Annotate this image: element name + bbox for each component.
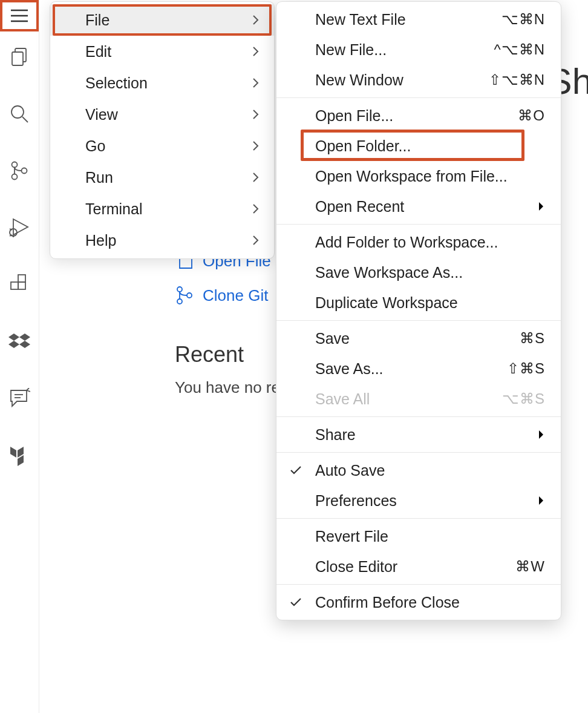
git-clone-icon bbox=[175, 285, 194, 306]
submenu-item-share[interactable]: Share bbox=[276, 419, 561, 450]
shortcut-text: ⇧⌘S bbox=[507, 360, 545, 377]
menu-item-label: Terminal bbox=[85, 200, 142, 218]
submenu-item-open-recent[interactable]: Open Recent bbox=[276, 191, 561, 222]
svg-marker-22 bbox=[19, 341, 30, 348]
submenu-item-label: Open File... bbox=[315, 107, 393, 125]
menu-item-help[interactable]: Help bbox=[50, 225, 274, 256]
submenu-item-label: Revert File bbox=[315, 528, 388, 545]
chevron-right-icon bbox=[538, 429, 545, 441]
submenu-item-label: Save All bbox=[315, 390, 370, 408]
menu-item-label: File bbox=[85, 12, 109, 29]
svg-point-9 bbox=[22, 168, 27, 174]
submenu-item-revert-file[interactable]: Revert File bbox=[276, 521, 561, 551]
source-control-icon[interactable] bbox=[0, 153, 39, 189]
shortcut-text: ⌘O bbox=[518, 107, 545, 124]
menu-separator bbox=[276, 224, 561, 225]
menu-item-label: Selection bbox=[85, 74, 148, 92]
svg-marker-19 bbox=[8, 334, 19, 341]
start-link-label: Clone Git bbox=[203, 286, 268, 305]
submenu-item-new-window[interactable]: New Window⇧⌥⌘N bbox=[276, 65, 561, 95]
submenu-item-label: Preferences bbox=[315, 492, 397, 510]
file-submenu: New Text File⌥⌘NNew File...^⌥⌘NNew Windo… bbox=[276, 1, 561, 620]
menu-separator bbox=[276, 584, 561, 585]
submenu-item-duplicate-workspace[interactable]: Duplicate Workspace bbox=[276, 288, 561, 318]
search-icon[interactable] bbox=[0, 96, 39, 132]
terraform-icon[interactable] bbox=[0, 437, 39, 473]
submenu-item-close-editor[interactable]: Close Editor⌘W bbox=[276, 551, 561, 582]
menu-item-file[interactable]: File bbox=[50, 4, 274, 36]
menu-item-selection[interactable]: Selection bbox=[50, 67, 274, 99]
svg-point-5 bbox=[11, 106, 24, 118]
submenu-item-open-workspace-from-file[interactable]: Open Workspace from File... bbox=[276, 161, 561, 191]
extensions-icon[interactable] bbox=[0, 266, 39, 303]
chevron-right-icon bbox=[538, 200, 545, 212]
menu-separator bbox=[276, 320, 561, 321]
submenu-item-label: Add Folder to Workspace... bbox=[315, 234, 498, 251]
explorer-icon[interactable] bbox=[0, 39, 39, 75]
shortcut-text: ⌥⌘S bbox=[502, 390, 545, 407]
submenu-item-open-file[interactable]: Open File...⌘O bbox=[276, 100, 561, 131]
submenu-item-new-text-file[interactable]: New Text File⌥⌘N bbox=[276, 4, 561, 34]
menu-item-edit[interactable]: Edit bbox=[50, 36, 274, 67]
submenu-item-label: Save bbox=[315, 330, 350, 347]
activity-bar bbox=[0, 0, 39, 713]
submenu-item-label: Open Workspace from File... bbox=[315, 168, 508, 185]
submenu-item-save[interactable]: Save⌘S bbox=[276, 323, 561, 353]
submenu-item-label: Share bbox=[315, 426, 356, 444]
svg-point-31 bbox=[177, 299, 182, 304]
submenu-item-label: New File... bbox=[315, 41, 387, 59]
svg-line-6 bbox=[22, 117, 28, 122]
dropbox-icon[interactable] bbox=[0, 323, 39, 360]
menu-item-label: Run bbox=[85, 169, 113, 186]
svg-rect-16 bbox=[18, 282, 25, 289]
submenu-item-label: Open Folder... bbox=[315, 137, 411, 155]
run-debug-icon[interactable] bbox=[0, 209, 39, 246]
submenu-item-label: Confirm Before Close bbox=[315, 594, 460, 611]
submenu-item-save-all: Save All⌥⌘S bbox=[276, 384, 561, 414]
submenu-item-label: Open Recent bbox=[315, 198, 404, 215]
menu-separator bbox=[276, 518, 561, 519]
menu-item-label: Help bbox=[85, 232, 116, 249]
submenu-item-label: Close Editor bbox=[315, 558, 397, 576]
chat-icon[interactable] bbox=[0, 380, 39, 416]
shortcut-text: ⌥⌘N bbox=[501, 11, 545, 28]
svg-rect-15 bbox=[11, 282, 18, 289]
svg-marker-20 bbox=[19, 334, 30, 341]
menu-item-view[interactable]: View bbox=[50, 99, 274, 130]
submenu-item-open-folder[interactable]: Open Folder... bbox=[276, 131, 561, 161]
chevron-right-icon bbox=[538, 494, 545, 507]
svg-point-8 bbox=[12, 174, 18, 180]
shortcut-text: ⌘S bbox=[520, 330, 545, 347]
hamburger-icon bbox=[10, 8, 29, 23]
submenu-item-add-folder-to-workspace[interactable]: Add Folder to Workspace... bbox=[276, 227, 561, 257]
submenu-item-preferences[interactable]: Preferences bbox=[276, 485, 561, 516]
submenu-item-label: Save Workspace As... bbox=[315, 264, 463, 281]
shortcut-text: ⌘W bbox=[515, 558, 545, 575]
submenu-item-new-file[interactable]: New File...^⌥⌘N bbox=[276, 34, 561, 65]
menu-item-go[interactable]: Go bbox=[50, 130, 274, 162]
svg-rect-4 bbox=[12, 52, 23, 65]
svg-marker-21 bbox=[8, 341, 19, 348]
svg-point-32 bbox=[187, 293, 192, 298]
submenu-item-save-workspace-as[interactable]: Save Workspace As... bbox=[276, 257, 561, 288]
menu-item-run[interactable]: Run bbox=[50, 162, 274, 193]
submenu-item-confirm-before-close[interactable]: Confirm Before Close bbox=[276, 587, 561, 617]
svg-rect-17 bbox=[18, 275, 25, 282]
svg-point-30 bbox=[177, 287, 182, 292]
svg-marker-10 bbox=[13, 219, 28, 235]
menu-item-label: Go bbox=[85, 137, 105, 155]
menu-item-terminal[interactable]: Terminal bbox=[50, 193, 274, 225]
shortcut-text: ^⌥⌘N bbox=[494, 41, 545, 58]
main-menu-button[interactable] bbox=[0, 0, 39, 31]
menu-item-label: Edit bbox=[85, 43, 111, 61]
main-menu-dropdown: FileEditSelectionViewGoRunTerminalHelp bbox=[50, 1, 275, 259]
shortcut-text: ⇧⌥⌘N bbox=[489, 71, 545, 88]
submenu-item-auto-save[interactable]: Auto Save bbox=[276, 455, 561, 485]
submenu-item-save-as[interactable]: Save As...⇧⌘S bbox=[276, 353, 561, 384]
menu-separator bbox=[276, 97, 561, 98]
svg-marker-25 bbox=[10, 447, 16, 458]
submenu-item-label: Duplicate Workspace bbox=[315, 294, 458, 312]
svg-point-7 bbox=[12, 162, 18, 168]
submenu-item-label: Save As... bbox=[315, 360, 384, 378]
submenu-item-label: New Text File bbox=[315, 11, 406, 28]
